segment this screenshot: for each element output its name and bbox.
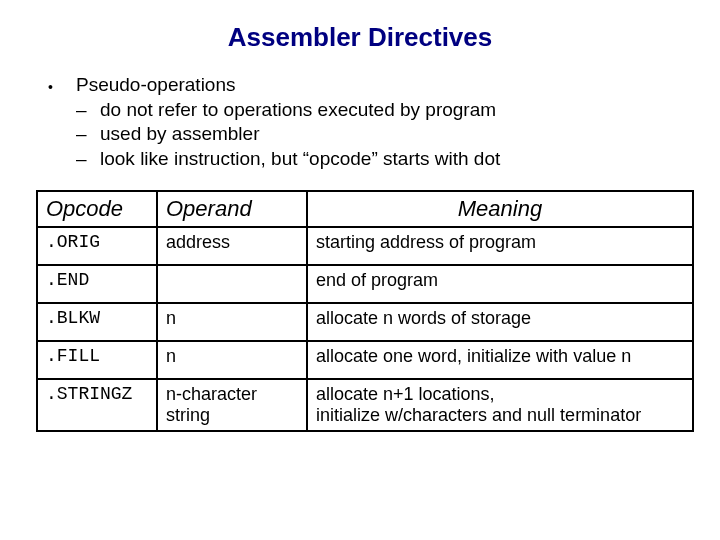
cell-operand: address bbox=[157, 227, 307, 265]
table-row: .END end of program bbox=[37, 265, 693, 303]
cell-operand: n-character string bbox=[157, 379, 307, 431]
cell-meaning: end of program bbox=[307, 265, 693, 303]
cell-meaning: allocate n words of storage bbox=[307, 303, 693, 341]
table-row: .STRINGZ n-character string allocate n+1… bbox=[37, 379, 693, 431]
cell-meaning: starting address of program bbox=[307, 227, 693, 265]
directives-table: Opcode Operand Meaning .ORIG address sta… bbox=[36, 190, 694, 432]
dash-icon: – bbox=[76, 122, 100, 147]
header-opcode: Opcode bbox=[37, 191, 157, 227]
cell-operand: n bbox=[157, 303, 307, 341]
cell-opcode: .BLKW bbox=[37, 303, 157, 341]
cell-opcode: .STRINGZ bbox=[37, 379, 157, 431]
sub-bullet: – look like instruction, but “opcode” st… bbox=[76, 147, 720, 172]
dash-icon: – bbox=[76, 98, 100, 123]
bullet-dot-icon: • bbox=[48, 73, 76, 96]
table-row: .ORIG address starting address of progra… bbox=[37, 227, 693, 265]
header-operand: Operand bbox=[157, 191, 307, 227]
table-row: .FILL n allocate one word, initialize wi… bbox=[37, 341, 693, 379]
table-row: .BLKW n allocate n words of storage bbox=[37, 303, 693, 341]
slide-title: Assembler Directives bbox=[0, 0, 720, 73]
sub-bullet-text: do not refer to operations executed by p… bbox=[100, 98, 496, 123]
table-header-row: Opcode Operand Meaning bbox=[37, 191, 693, 227]
sub-bullet-text: look like instruction, but “opcode” star… bbox=[100, 147, 500, 172]
bullet-list: • Pseudo-operations – do not refer to op… bbox=[0, 73, 720, 190]
cell-operand: n bbox=[157, 341, 307, 379]
cell-operand bbox=[157, 265, 307, 303]
sub-bullet: – used by assembler bbox=[76, 122, 720, 147]
bullet-main-text: Pseudo-operations bbox=[76, 73, 236, 98]
header-meaning: Meaning bbox=[307, 191, 693, 227]
cell-meaning: allocate n+1 locations, initialize w/cha… bbox=[307, 379, 693, 431]
dash-icon: – bbox=[76, 147, 100, 172]
bullet-main: • Pseudo-operations bbox=[48, 73, 720, 98]
cell-opcode: .FILL bbox=[37, 341, 157, 379]
sub-bullet-text: used by assembler bbox=[100, 122, 259, 147]
cell-opcode: .END bbox=[37, 265, 157, 303]
cell-meaning: allocate one word, initialize with value… bbox=[307, 341, 693, 379]
cell-opcode: .ORIG bbox=[37, 227, 157, 265]
sub-bullet: – do not refer to operations executed by… bbox=[76, 98, 720, 123]
